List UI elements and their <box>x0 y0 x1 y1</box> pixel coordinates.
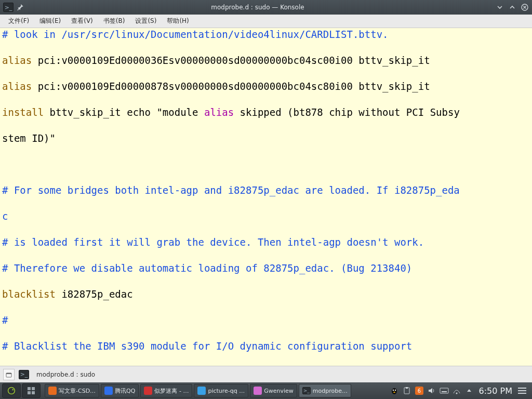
task-label: 写文章-CSD… <box>59 387 96 395</box>
svg-rect-2 <box>6 373 11 374</box>
svg-rect-13 <box>197 387 206 395</box>
menubar: 文件(F) 编辑(E) 查看(V) 书签(B) 设置(S) 帮助(H) <box>0 15 532 28</box>
terminal-line: stem ID)" <box>2 132 530 145</box>
svg-rect-6 <box>28 387 31 390</box>
activity-button[interactable] <box>22 383 41 398</box>
menu-settings[interactable]: 设置(S) <box>130 17 162 25</box>
svg-rect-14 <box>254 387 262 395</box>
terminal-line: blacklist i82875p_edac <box>2 288 530 301</box>
terminal-line: # is loaded first it will grab the devic… <box>2 236 530 249</box>
svg-rect-23 <box>440 388 448 393</box>
terminal-line: alias pci:v0000109Ed0000036Esv00000000sd… <box>2 54 530 67</box>
terminal-line: c <box>2 210 530 223</box>
task-app-icon <box>197 387 206 395</box>
terminal-line: install bttv_skip_it echo "module alias … <box>2 106 530 119</box>
taskbar-task[interactable]: 似梦迷离 - … <box>140 384 192 397</box>
svg-point-17 <box>394 390 395 391</box>
panel-menu-icon[interactable] <box>517 386 527 395</box>
menu-bookmarks[interactable]: 书签(B) <box>98 17 130 25</box>
menu-file[interactable]: 文件(F) <box>3 17 34 25</box>
tray-app-orange-icon[interactable]: 6 <box>415 386 424 395</box>
task-label: 似梦迷离 - … <box>154 387 189 395</box>
svg-rect-24 <box>442 391 447 392</box>
svg-rect-8 <box>28 391 31 394</box>
terminal-line: # Blacklist the IBM s390 module for I/O … <box>2 340 530 353</box>
terminal-line: # look in /usr/src/linux/Documentation/v… <box>2 28 530 41</box>
tray-volume-icon[interactable] <box>427 386 436 395</box>
task-label: 腾讯QQ <box>115 387 135 395</box>
close-button[interactable] <box>521 3 529 11</box>
svg-text:6: 6 <box>417 388 420 394</box>
tab-icon: >_ <box>19 370 29 379</box>
task-app-icon: >_ <box>302 387 311 395</box>
svg-point-16 <box>392 390 393 391</box>
tray-up-icon[interactable] <box>464 386 474 395</box>
newtab-icon <box>6 371 12 378</box>
task-app-icon <box>48 387 57 395</box>
svg-point-15 <box>392 388 397 394</box>
taskbar-task[interactable]: 腾讯QQ <box>101 384 139 397</box>
task-app-icon <box>104 387 113 395</box>
svg-rect-9 <box>32 391 35 394</box>
task-app-icon <box>254 387 262 395</box>
svg-point-25 <box>456 393 457 394</box>
tab-label[interactable]: modprobe.d : sudo <box>33 371 98 378</box>
taskbar-task[interactable]: Gwenview <box>250 384 297 397</box>
task-label: Gwenview <box>264 388 294 394</box>
terminal-line: # Therefore we disable automatic loading… <box>2 262 530 275</box>
tray-qq-icon[interactable] <box>390 386 399 395</box>
task-app-icon <box>144 387 152 395</box>
svg-rect-7 <box>32 387 35 390</box>
terminal-line: # For some bridges both intel-agp and i8… <box>2 184 530 197</box>
menu-view[interactable]: 查看(V) <box>66 17 98 25</box>
task-label: picture-qq … <box>208 388 245 394</box>
new-tab-button[interactable] <box>3 369 15 380</box>
system-tray: 6 6:50 PM <box>390 386 530 396</box>
tab-strip: >_ modprobe.d : sudo <box>0 366 532 382</box>
terminal-line: # <box>2 314 530 327</box>
minimize-button[interactable] <box>496 3 504 11</box>
svg-rect-12 <box>144 387 152 395</box>
terminal-view[interactable]: # look in /usr/src/linux/Documentation/v… <box>0 28 532 366</box>
menu-help[interactable]: 帮助(H) <box>162 17 194 25</box>
taskbar-task[interactable]: >_modprobe… <box>299 384 351 397</box>
menu-edit[interactable]: 编辑(E) <box>34 17 66 25</box>
grid-icon <box>27 387 35 395</box>
window-title: modprobe.d : sudo — Konsole <box>24 4 491 11</box>
opensuse-icon <box>6 385 17 396</box>
taskbar: 写文章-CSD…腾讯QQ似梦迷离 - …picture-qq …Gwenview… <box>0 382 532 399</box>
svg-rect-10 <box>48 387 57 395</box>
app-icon: >_ <box>3 3 14 12</box>
terminal-line: alias pci:v0000109Ed00000878sv00000000sd… <box>2 80 530 93</box>
taskbar-task[interactable]: picture-qq … <box>194 384 248 397</box>
clock[interactable]: 6:50 PM <box>477 386 514 396</box>
tray-keyboard-icon[interactable] <box>440 386 449 395</box>
taskbar-task[interactable]: 写文章-CSD… <box>45 384 99 397</box>
svg-point-18 <box>393 392 395 393</box>
maximize-button[interactable] <box>508 3 516 11</box>
terminal-line <box>2 158 530 171</box>
tray-network-icon[interactable] <box>452 386 461 395</box>
svg-rect-20 <box>406 387 408 389</box>
start-button[interactable] <box>2 383 21 398</box>
pin-icon <box>17 4 24 11</box>
task-label: modprobe… <box>313 388 348 394</box>
window-titlebar: >_ modprobe.d : sudo — Konsole <box>0 0 532 15</box>
tray-clipboard-icon[interactable] <box>402 386 411 395</box>
svg-rect-11 <box>104 387 113 395</box>
svg-point-5 <box>12 389 14 391</box>
